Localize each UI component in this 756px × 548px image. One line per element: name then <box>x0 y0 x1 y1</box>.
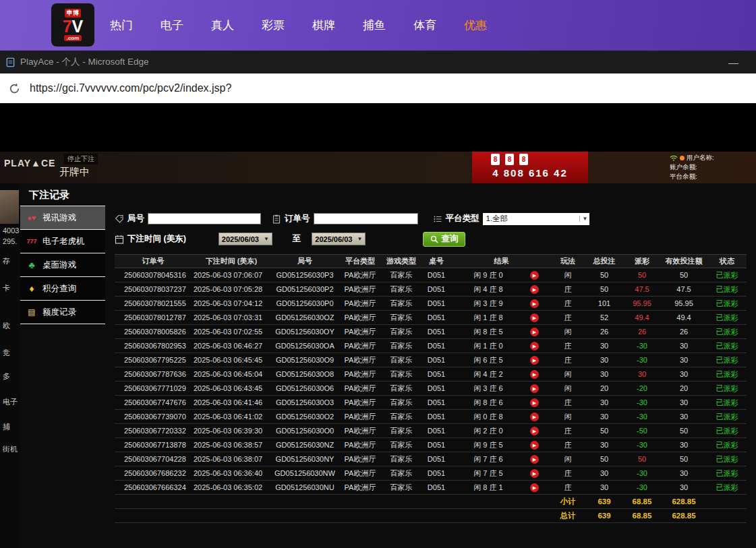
result-text: 闲 9 庄 5 <box>464 440 513 450</box>
minimize-button[interactable]: — <box>728 57 738 68</box>
cell-result: 闲 7 庄 6▶ <box>452 452 551 466</box>
replay-play-icon[interactable]: ▶ <box>530 342 539 351</box>
table-row: 2506030780372372025-06-03 07:05:28GD0512… <box>115 282 747 297</box>
platform-select[interactable]: 1.全部 ▼ <box>483 213 589 225</box>
table-row: 2506030677042282025-06-03 06:38:07GD0512… <box>115 452 747 466</box>
replay-play-icon[interactable]: ▶ <box>530 356 539 365</box>
cell-status: 已派彩 <box>707 481 747 495</box>
cell-valid-bet: 30 <box>660 466 707 481</box>
magnifier-icon <box>430 235 438 243</box>
cell-platform: PA欧洲厅 <box>339 311 382 325</box>
cell-result: 闲 1 庄 8▶ <box>452 311 551 325</box>
cell-order: 250603067713878 <box>115 438 192 452</box>
replay-play-icon[interactable]: ▶ <box>530 328 539 336</box>
cell-round: GD051256030O2 <box>271 410 339 424</box>
cell-total-bet: 50 <box>585 424 624 438</box>
url-text[interactable]: https://gci.7vvvvvv.com/pc/pcv2/index.js… <box>30 82 231 94</box>
nav-item-真人[interactable]: 真人 <box>211 18 234 33</box>
search-button[interactable]: 查询 <box>423 232 465 247</box>
replay-play-icon[interactable]: ▶ <box>530 455 539 464</box>
replay-play-icon[interactable]: ▶ <box>530 398 539 407</box>
replay-play-icon[interactable]: ▶ <box>530 313 539 322</box>
cell-valid-bet: 30 <box>660 410 707 424</box>
nav-item-棋牌[interactable]: 棋牌 <box>312 18 335 33</box>
cell-result: 闲 4 庄 8▶ <box>452 282 551 297</box>
replay-play-icon[interactable]: ▶ <box>530 441 539 450</box>
cell-status: 已派彩 <box>707 297 747 311</box>
date-from-select[interactable]: 2025/06/03 ▼ <box>219 233 272 245</box>
menu-item-积分查询[interactable]: ♦积分查询 <box>20 277 105 301</box>
wifi-icon <box>670 154 678 161</box>
cell-play-type: 庄 <box>551 339 585 353</box>
cell-platform: PA欧洲厅 <box>339 297 382 311</box>
replay-play-icon[interactable]: ▶ <box>530 483 539 492</box>
cell-time: 2025-06-03 06:43:45 <box>192 382 271 396</box>
cell-payout: -30 <box>624 438 660 452</box>
subtotal-row: 小计 639 68.85 628.85 <box>115 495 747 509</box>
nav-item-优惠[interactable]: 优惠 <box>464 18 487 33</box>
menu-item-label: 积分查询 <box>42 283 76 295</box>
replay-play-icon[interactable]: ▶ <box>530 271 539 280</box>
cell-platform: PA欧洲厅 <box>339 466 382 481</box>
table-row: 2506030677710292025-06-03 06:43:45GD0512… <box>115 382 747 396</box>
cell-total-bet: 30 <box>585 396 624 410</box>
chevron-down-icon: ▼ <box>262 236 269 242</box>
nav-item-体育[interactable]: 体育 <box>413 18 436 33</box>
cell-valid-bet: 50 <box>660 452 707 466</box>
cell-status: 已派彩 <box>707 311 747 325</box>
cell-valid-bet: 50 <box>660 424 707 438</box>
cell-table-no: D051 <box>421 452 452 466</box>
refresh-icon[interactable] <box>8 82 21 95</box>
date-to-select[interactable]: 2025/06/03 ▼ <box>312 233 366 245</box>
order-input[interactable] <box>314 213 418 224</box>
replay-play-icon[interactable]: ▶ <box>530 427 539 435</box>
replay-play-icon[interactable]: ▶ <box>530 413 539 421</box>
cell-result: 闲 6 庄 5▶ <box>452 353 551 367</box>
result-text: 闲 4 庄 2 <box>464 369 513 379</box>
video-games-icon: ♠♥ <box>25 214 38 222</box>
site-logo[interactable]: 申博 7V .com <box>51 3 94 47</box>
background-sidebar: 4003295.存卡欧竞多电子捕街机 <box>0 183 20 548</box>
cell-valid-bet: 30 <box>660 367 707 382</box>
cell-table-no: D051 <box>421 268 452 282</box>
menu-item-桌面游戏[interactable]: ♣桌面游戏 <box>20 253 105 277</box>
cell-table-no: D051 <box>421 325 452 339</box>
cell-result: 闲 2 庄 0▶ <box>452 424 551 438</box>
cell-valid-bet: 30 <box>660 339 707 353</box>
sidebar-fragment: 卡 <box>3 283 10 293</box>
replay-play-icon[interactable]: ▶ <box>530 469 539 478</box>
chevron-down-icon: ▼ <box>355 236 362 242</box>
nav-item-捕鱼[interactable]: 捕鱼 <box>363 18 386 33</box>
menu-item-视讯游戏[interactable]: ♠♥视讯游戏 <box>20 206 105 230</box>
replay-play-icon[interactable]: ▶ <box>530 285 539 294</box>
cell-order: 250603067739070 <box>115 410 192 424</box>
sidebar-fragment: 存 <box>3 256 10 266</box>
column-header: 订单号 <box>115 255 192 268</box>
cell-game-type: 百家乐 <box>382 325 421 339</box>
column-header: 玩法 <box>551 255 585 268</box>
round-input[interactable] <box>148 213 261 224</box>
to-label: 至 <box>293 233 301 245</box>
nav-item-彩票[interactable]: 彩票 <box>262 18 285 33</box>
nav-item-电子[interactable]: 电子 <box>161 18 183 33</box>
cell-time: 2025-06-03 06:35:02 <box>192 481 271 495</box>
cell-payout: 50 <box>624 452 660 466</box>
menu-item-电子老虎机[interactable]: 777电子老虎机 <box>20 230 105 253</box>
table-row: 2506030676663242025-06-03 06:35:02GD0512… <box>115 481 747 495</box>
cell-play-type: 庄 <box>551 466 585 481</box>
cell-order: 250603067802953 <box>115 339 192 353</box>
cell-time: 2025-06-03 07:02:55 <box>192 325 271 339</box>
cell-game-type: 百家乐 <box>382 438 421 452</box>
replay-play-icon[interactable]: ▶ <box>530 299 539 308</box>
points-query-icon: ♦ <box>25 283 38 294</box>
menu-item-额度记录[interactable]: ▤额度记录 <box>20 301 105 324</box>
cell-total-bet: 30 <box>585 353 624 367</box>
cell-status: 已派彩 <box>707 452 747 466</box>
replay-play-icon[interactable]: ▶ <box>530 370 539 379</box>
menu-item-label: 电子老虎机 <box>42 236 85 247</box>
cell-platform: PA欧洲厅 <box>339 353 382 367</box>
cell-platform: PA欧洲厅 <box>339 325 382 339</box>
replay-play-icon[interactable]: ▶ <box>530 384 539 393</box>
column-header: 局号 <box>271 255 339 268</box>
nav-item-热门[interactable]: 热门 <box>110 18 133 33</box>
